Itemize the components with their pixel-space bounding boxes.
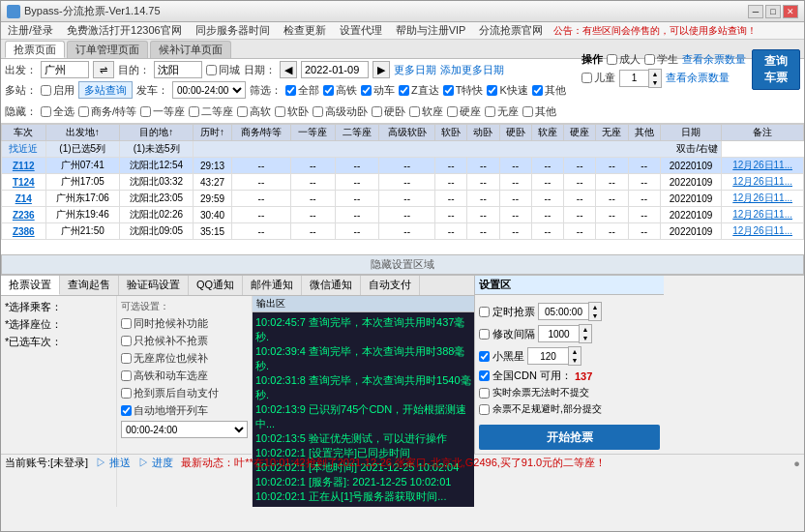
menu-proxy[interactable]: 设置代理	[337, 22, 385, 39]
tab-order-manage[interactable]: 订单管理页面	[67, 41, 148, 58]
table-row[interactable]: T124广州17:05沈阳北03:3243:27----------------…	[2, 174, 804, 191]
query-button[interactable]: 查询车票	[752, 49, 800, 90]
timed-grab-check[interactable]	[479, 307, 490, 317]
feature-gaotie-seat-check[interactable]: 高铁和动车选座	[121, 369, 248, 383]
close-button[interactable]: ✕	[783, 5, 798, 18]
cdn-check[interactable]	[479, 370, 490, 381]
hide-ying-check[interactable]: 硬卧	[372, 104, 405, 119]
table-row[interactable]: Z112广州07:41沈阳北12:5429:13----------------…	[2, 158, 804, 174]
cell-note[interactable]: 12月26日11...	[722, 223, 804, 240]
hide-gaoruan-check[interactable]: 高软	[237, 104, 271, 119]
student-check[interactable]: 学生	[644, 52, 678, 67]
hide-erdeng-check[interactable]: 二等座	[189, 104, 233, 119]
bottom-tab-captcha[interactable]: 验证码设置	[119, 276, 189, 295]
cell-note[interactable]: 12月26日11...	[722, 191, 804, 207]
from-input[interactable]	[41, 61, 89, 78]
feature-only-supplementary-check[interactable]: 只抢候补不抢票	[121, 334, 248, 348]
bottom-tab-wechat[interactable]: 微信通知	[302, 276, 361, 295]
tab-grab-ticket[interactable]: 抢票页面	[5, 41, 65, 58]
progress-button[interactable]: ▷ 进度	[138, 456, 173, 470]
hide-other2-check[interactable]: 其他	[522, 104, 556, 119]
bottom-tab-qq[interactable]: QQ通知	[189, 276, 243, 295]
menu-register[interactable]: 注册/登录	[5, 22, 56, 39]
multi-enabled-check[interactable]: 启用	[41, 83, 75, 98]
menu-12306[interactable]: 免费激活打开12306官网	[64, 22, 185, 39]
cell-note[interactable]: 12月26日11...	[722, 158, 804, 174]
filter-gaotie-check[interactable]: 高铁	[323, 83, 357, 98]
menu-check-update[interactable]: 检查更新	[281, 22, 329, 39]
adult-check[interactable]: 成人	[607, 52, 641, 67]
feature-autopay-check[interactable]: 抢到票后自动支付	[121, 386, 248, 400]
depart-time-select[interactable]: 00:00-24:00	[172, 81, 246, 99]
swap-button[interactable]: ⇌	[93, 61, 114, 78]
interval-spinner[interactable]: ▲ ▼	[538, 324, 592, 343]
filter-other-check[interactable]: 其他	[532, 83, 566, 98]
to-input[interactable]	[154, 61, 202, 78]
cell-train[interactable]: Z14	[2, 191, 46, 207]
menu-sync[interactable]: 同步服务器时间	[193, 22, 273, 39]
cell-note[interactable]: 12月26日11...	[722, 207, 804, 223]
hide-all-check[interactable]: 全选	[41, 104, 75, 119]
time-range-select[interactable]: 00:00-24:00	[121, 421, 248, 438]
menu-official[interactable]: 分流抢票官网	[476, 22, 546, 39]
bottom-tab-query[interactable]: 查询起售	[60, 276, 119, 295]
interval-check[interactable]	[479, 329, 490, 340]
date-prev-button[interactable]: ◀	[280, 61, 297, 78]
cell-train[interactable]: Z386	[2, 223, 46, 240]
filter-all-check[interactable]: 全部	[285, 83, 319, 98]
table-row[interactable]: Z386广州21:50沈阳北09:0535:15----------------…	[2, 223, 804, 240]
blackstar-up[interactable]: ▲	[569, 347, 581, 356]
table-row[interactable]: Z14广州东17:06沈阳北23:0529:59----------------…	[2, 191, 804, 207]
hide-gaodong-check[interactable]: 高级动卧	[313, 104, 368, 119]
timed-time-down[interactable]: ▼	[589, 311, 601, 320]
child-check[interactable]: 儿童	[581, 71, 615, 85]
bottom-tab-autopay[interactable]: 自动支付	[361, 276, 420, 295]
feature-auto-added-check[interactable]: 自动地增开列车	[121, 403, 248, 418]
feature-no-seat-check[interactable]: 无座席位也候补	[121, 351, 248, 366]
same-city-check[interactable]: 同城	[206, 63, 240, 77]
view-count2-link[interactable]: 查看余票数量	[666, 71, 730, 85]
blackstar-down[interactable]: ▼	[569, 356, 581, 365]
table-row[interactable]: Z236广州东19:46沈阳北02:2630:40---------------…	[2, 207, 804, 223]
odd-check[interactable]	[479, 404, 490, 415]
blackstar-check[interactable]	[479, 351, 490, 362]
hide-ruan2-check[interactable]: 软座	[409, 104, 443, 119]
minimize-button[interactable]: ─	[748, 5, 763, 18]
interval-up[interactable]: ▲	[580, 325, 591, 334]
more-date-link[interactable]: 更多日期	[394, 63, 436, 77]
hide-shangwu-check[interactable]: 商务/特等	[78, 104, 136, 119]
filter-t-check[interactable]: T特快	[443, 83, 484, 98]
blackstar-spinner[interactable]: ▲ ▼	[527, 346, 581, 366]
cell-train[interactable]: Z236	[2, 207, 46, 223]
realtime-check[interactable]	[479, 388, 490, 399]
hide-ruan-check[interactable]: 软卧	[275, 104, 309, 119]
interval-down[interactable]: ▼	[580, 334, 591, 342]
filter-k-check[interactable]: K快速	[487, 83, 527, 98]
feature-simultaneous-check[interactable]: 同时抢候补功能	[121, 316, 248, 331]
child-count-up[interactable]: ▲	[649, 70, 661, 78]
hidden-settings-bar[interactable]: 隐藏设置区域	[1, 254, 804, 275]
filter-dongche-check[interactable]: 动车	[361, 83, 395, 98]
menu-help[interactable]: 帮助与注册VIP	[393, 22, 469, 39]
add-more-date-link[interactable]: 添加更多日期	[440, 63, 504, 77]
cell-note[interactable]: 12月26日11...	[722, 174, 804, 191]
child-count-down[interactable]: ▼	[649, 78, 661, 87]
start-grab-button[interactable]: 开始抢票	[479, 425, 660, 450]
child-count-spinner[interactable]: ▲ ▼	[619, 69, 662, 88]
push-button[interactable]: ▷ 推送	[96, 456, 131, 470]
maximize-button[interactable]: □	[765, 5, 781, 18]
view-count-link[interactable]: 查看余票数量	[682, 52, 746, 67]
cell-train[interactable]: Z112	[2, 158, 46, 174]
timed-grab-time-spinner[interactable]: ▲ ▼	[538, 302, 602, 321]
tab-supplementary[interactable]: 候补订单页面	[150, 41, 231, 58]
bottom-tab-email[interactable]: 邮件通知	[243, 276, 302, 295]
filter-z-check[interactable]: Z直达	[399, 83, 439, 98]
hide-yideng-check[interactable]: 一等座	[140, 104, 185, 119]
date-input[interactable]	[301, 61, 369, 78]
hide-wuzu-check[interactable]: 无座	[485, 104, 519, 119]
bottom-tab-grab[interactable]: 抢票设置	[1, 276, 60, 295]
hide-ying2-check[interactable]: 硬座	[447, 104, 481, 119]
timed-time-up[interactable]: ▲	[589, 303, 601, 311]
date-next-button[interactable]: ▶	[373, 61, 390, 78]
cell-train[interactable]: T124	[2, 174, 46, 191]
